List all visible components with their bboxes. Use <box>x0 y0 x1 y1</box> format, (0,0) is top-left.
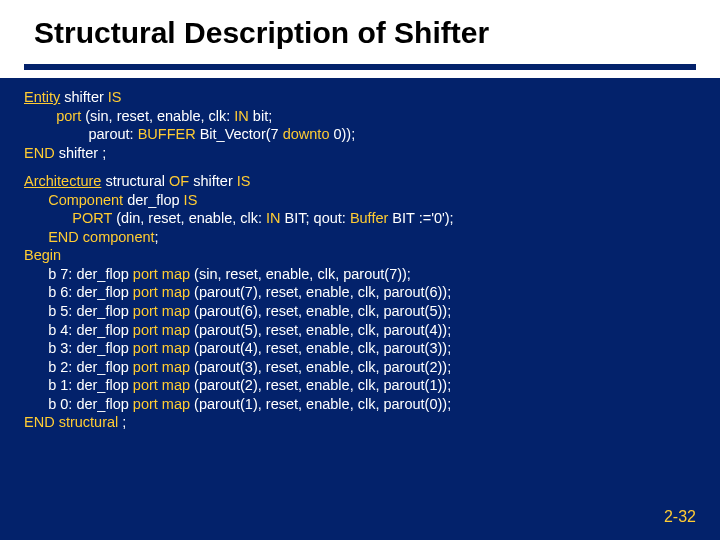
txt: 0)); <box>329 126 355 142</box>
txt: shifter ; <box>55 145 107 161</box>
txt: (parout(2), reset, enable, clk, parout(1… <box>190 377 451 393</box>
map-b2: b 2: der_flop port map (parout(3), reset… <box>24 358 696 377</box>
txt: (parout(4), reset, enable, clk, parout(3… <box>190 340 451 356</box>
txt: Bit_Vector(7 <box>196 126 283 142</box>
kw-in: IN <box>266 210 281 226</box>
map-b4: b 4: der_flop port map (parout(5), reset… <box>24 321 696 340</box>
kw-of: OF <box>169 173 189 189</box>
kw-is: IS <box>184 192 198 208</box>
header-block: Structural Description of Shifter <box>0 0 720 78</box>
txt: (parout(6), reset, enable, clk, parout(5… <box>190 303 451 319</box>
kw-downto: downto <box>283 126 330 142</box>
kw-in: IN <box>234 108 249 124</box>
map-b7: b 7: der_flop port map (sin, reset, enab… <box>24 265 696 284</box>
txt: BIT; qout: <box>281 210 350 226</box>
kw-port: port <box>24 108 81 124</box>
txt: b 2: der_flop <box>24 359 133 375</box>
txt: (din, reset, enable, clk: <box>112 210 266 226</box>
arch-line-1: Architecture structural OF shifter IS <box>24 172 696 191</box>
arch-line-4: END component; <box>24 228 696 247</box>
kw-begin: Begin <box>24 247 61 263</box>
map-b1: b 1: der_flop port map (parout(2), reset… <box>24 376 696 395</box>
arch-end: END structural ; <box>24 413 696 432</box>
txt-structural: structural <box>55 414 123 430</box>
kw-portmap: port map <box>133 377 190 393</box>
kw-entity: Entity <box>24 89 60 105</box>
txt: ; <box>155 229 159 245</box>
txt: der_flop <box>123 192 183 208</box>
kw-is: IS <box>237 173 251 189</box>
map-b3: b 3: der_flop port map (parout(4), reset… <box>24 339 696 358</box>
entity-line-2: port (sin, reset, enable, clk: IN bit; <box>24 107 696 126</box>
txt: (parout(1), reset, enable, clk, parout(0… <box>190 396 451 412</box>
arch-line-2: Component der_flop IS <box>24 191 696 210</box>
kw-component: Component <box>24 192 123 208</box>
txt: b 3: der_flop <box>24 340 133 356</box>
entity-line-3: parout: BUFFER Bit_Vector(7 downto 0)); <box>24 125 696 144</box>
map-b6: b 6: der_flop port map (parout(7), reset… <box>24 283 696 302</box>
map-b0: b 0: der_flop port map (parout(1), reset… <box>24 395 696 414</box>
page-number: 2-32 <box>664 508 696 526</box>
txt: (parout(5), reset, enable, clk, parout(4… <box>190 322 451 338</box>
txt: structural <box>101 173 169 189</box>
arch-line-3: PORT (din, reset, enable, clk: IN BIT; q… <box>24 209 696 228</box>
title-underline <box>24 64 696 70</box>
kw-portmap: port map <box>133 266 190 282</box>
gap <box>24 162 696 172</box>
map-b5: b 5: der_flop port map (parout(6), reset… <box>24 302 696 321</box>
arch-begin: Begin <box>24 246 696 265</box>
kw-portmap: port map <box>133 340 190 356</box>
page-title: Structural Description of Shifter <box>0 0 720 58</box>
entity-line-4: END shifter ; <box>24 144 696 163</box>
kw-end: END <box>24 229 79 245</box>
kw-buffer: BUFFER <box>138 126 196 142</box>
txt: BIT :='0'); <box>388 210 453 226</box>
kw-architecture: Architecture <box>24 173 101 189</box>
txt: shifter <box>60 89 108 105</box>
kw-portmap: port map <box>133 359 190 375</box>
txt: b 5: der_flop <box>24 303 133 319</box>
txt: b 6: der_flop <box>24 284 133 300</box>
txt: (parout(7), reset, enable, clk, parout(6… <box>190 284 451 300</box>
txt: b 0: der_flop <box>24 396 133 412</box>
kw-portmap: port map <box>133 322 190 338</box>
slide: Structural Description of Shifter Entity… <box>0 0 720 540</box>
slide-body: Entity shifter IS port (sin, reset, enab… <box>0 78 720 432</box>
txt: b 7: der_flop <box>24 266 133 282</box>
kw-end: END <box>24 414 55 430</box>
txt: ; <box>122 414 126 430</box>
txt: bit; <box>249 108 272 124</box>
kw-portmap: port map <box>133 396 190 412</box>
txt: (sin, reset, enable, clk: <box>81 108 234 124</box>
kw-portmap: port map <box>133 303 190 319</box>
txt: (parout(3), reset, enable, clk, parout(2… <box>190 359 451 375</box>
kw-end: END <box>24 145 55 161</box>
txt: b 1: der_flop <box>24 377 133 393</box>
entity-line-1: Entity shifter IS <box>24 88 696 107</box>
kw-component2: component <box>79 229 155 245</box>
txt: parout: <box>24 126 138 142</box>
txt: shifter <box>189 173 237 189</box>
kw-buffer: Buffer <box>350 210 388 226</box>
kw-portmap: port map <box>133 284 190 300</box>
txt: b 4: der_flop <box>24 322 133 338</box>
kw-is: IS <box>108 89 122 105</box>
txt: (sin, reset, enable, clk, parout(7)); <box>190 266 411 282</box>
kw-port: PORT <box>24 210 112 226</box>
